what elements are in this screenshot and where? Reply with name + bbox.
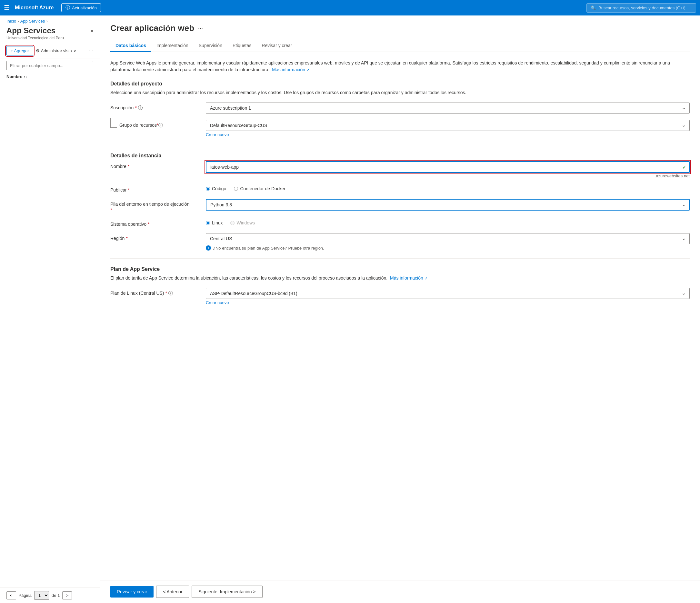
region-control: Central US i ¿No encuentra su plan de Ap… bbox=[206, 233, 690, 251]
search-icon: 🔍 bbox=[591, 5, 596, 10]
more-options-button[interactable]: ··· bbox=[89, 48, 93, 54]
subscription-info-icon[interactable]: i bbox=[138, 105, 143, 110]
add-button[interactable]: + Agregar bbox=[6, 46, 33, 55]
region-info-msg: i ¿No encuentra su plan de App Service? … bbox=[206, 245, 690, 251]
region-select-wrapper: Central US bbox=[206, 233, 690, 244]
page-title: Crear aplicación web bbox=[110, 23, 194, 33]
section-title-instance: Detalles de instancia bbox=[110, 153, 690, 159]
publish-row: Publicar * Código Contenedor de Docker bbox=[110, 185, 690, 192]
region-select[interactable]: Central US bbox=[206, 233, 690, 244]
os-row: Sistema operativo * Linux Windows bbox=[110, 219, 690, 227]
linux-plan-create-new[interactable]: Crear nuevo bbox=[206, 300, 229, 305]
external-link-icon: ↗ bbox=[306, 68, 309, 72]
check-icon: ✓ bbox=[682, 164, 686, 170]
gear-icon: ⚙ bbox=[36, 48, 40, 53]
subscription-select[interactable]: Azure subscription 1 bbox=[206, 103, 690, 113]
action-bar: Revisar y crear < Anterior Siguiente: Im… bbox=[100, 580, 700, 603]
tab-revisar-crear[interactable]: Revisar y crear bbox=[256, 40, 297, 52]
instance-name-row: Nombre * ✓ .azurewebsites.net bbox=[110, 161, 690, 178]
next-button[interactable]: Siguiente: Implementación > bbox=[192, 585, 262, 598]
brand-logo: Microsoft Azure bbox=[15, 5, 54, 11]
tab-supervision[interactable]: Supervisión bbox=[194, 40, 227, 52]
review-create-button[interactable]: Revisar y crear bbox=[110, 586, 154, 598]
breadcrumb-home[interactable]: Inicio bbox=[6, 19, 16, 24]
linux-plan-control: ASP-DefaultResourceGroupCUS-bc9d (B1) Cr… bbox=[206, 288, 690, 305]
publish-radio-group: Código Contenedor de Docker bbox=[206, 185, 690, 191]
update-button[interactable]: ⓘ Actualización bbox=[61, 3, 101, 12]
publish-radio-code-input[interactable] bbox=[206, 187, 210, 191]
resource-group-info-icon[interactable]: i bbox=[158, 123, 163, 127]
hamburger-icon[interactable]: ☰ bbox=[4, 4, 10, 11]
sidebar: Inicio › App Services › App Services « U… bbox=[0, 16, 100, 603]
section-desc-plan: El plan de tarifa de App Service determi… bbox=[110, 275, 690, 282]
page-select[interactable]: 1 bbox=[34, 591, 49, 600]
region-label: Región * bbox=[110, 233, 201, 241]
tab-etiquetas[interactable]: Etiquetas bbox=[227, 40, 256, 52]
os-radio-linux[interactable]: Linux bbox=[206, 220, 223, 226]
resource-group-create-new[interactable]: Crear nuevo bbox=[206, 132, 229, 137]
page-of-label: de 1 bbox=[52, 593, 60, 598]
breadcrumb: Inicio › App Services › bbox=[0, 16, 100, 25]
section-title-project: Detalles del proyecto bbox=[110, 81, 690, 87]
resource-group-label: Grupo de recursos * i bbox=[110, 120, 201, 128]
search-bar: 🔍 bbox=[586, 3, 696, 12]
prev-page-button[interactable]: < bbox=[6, 592, 16, 599]
tab-datos-basicos[interactable]: Datos básicos bbox=[110, 40, 151, 52]
linux-plan-row: Plan de Linux (Central US) * i ASP-Defau… bbox=[110, 288, 690, 305]
publish-radio-docker-input[interactable] bbox=[234, 187, 238, 191]
chevron-down-icon: ∨ bbox=[73, 48, 76, 53]
filter-input[interactable] bbox=[6, 61, 93, 70]
manage-view-button[interactable]: ⚙ Administrar vista ∨ bbox=[36, 48, 76, 53]
section-desc-project: Seleccione una suscripción para administ… bbox=[110, 89, 690, 96]
sidebar-actions: + Agregar ⚙ Administrar vista ∨ ··· bbox=[0, 44, 100, 58]
page-label: Página bbox=[19, 593, 32, 598]
subscription-select-wrapper: Azure subscription 1 bbox=[206, 103, 690, 113]
resource-group-select[interactable]: DefaultResourceGroup-CUS bbox=[206, 120, 690, 131]
indent-line bbox=[110, 118, 117, 128]
resource-group-select-wrapper: DefaultResourceGroup-CUS bbox=[206, 120, 690, 131]
publish-radio-docker[interactable]: Contenedor de Docker bbox=[234, 186, 285, 191]
runtime-select[interactable]: Python 3.8 bbox=[206, 199, 690, 211]
os-control: Linux Windows bbox=[206, 219, 690, 226]
breadcrumb-section[interactable]: App Services bbox=[20, 19, 45, 24]
info-icon: i bbox=[206, 245, 211, 251]
more-info-link-top[interactable]: Más información bbox=[272, 67, 305, 72]
content-header: Crear aplicación web ··· bbox=[110, 23, 690, 33]
tabs-bar: Datos básicos Implementación Supervisión… bbox=[110, 40, 690, 52]
sort-icon[interactable]: ↑↓ bbox=[24, 75, 27, 79]
publish-radio-code[interactable]: Código bbox=[206, 186, 226, 191]
publish-control: Código Contenedor de Docker bbox=[206, 185, 690, 191]
os-radio-linux-input[interactable] bbox=[206, 221, 210, 225]
sidebar-title: App Services « bbox=[0, 25, 100, 36]
more-info-link-plan[interactable]: Más información bbox=[390, 276, 423, 281]
previous-button[interactable]: < Anterior bbox=[156, 585, 189, 598]
os-radio-windows[interactable]: Windows bbox=[230, 220, 255, 226]
os-radio-windows-input[interactable] bbox=[230, 221, 234, 225]
sidebar-bottom: < Página 1 de 1 > bbox=[0, 587, 100, 603]
instance-name-control: ✓ .azurewebsites.net bbox=[206, 161, 690, 178]
section-title-plan: Plan de App Service bbox=[110, 266, 690, 272]
sidebar-subtitle: Universidad Tecnologica del Peru bbox=[0, 36, 100, 44]
instance-details-section: Detalles de instancia Nombre * ✓ .azurew… bbox=[110, 153, 690, 251]
resource-group-row: Grupo de recursos * i DefaultResourceGro… bbox=[110, 120, 690, 137]
top-navigation: ☰ Microsoft Azure ⓘ Actualización 🔍 bbox=[0, 0, 700, 16]
runtime-control: Python 3.8 bbox=[206, 199, 690, 211]
instance-name-input[interactable] bbox=[206, 161, 690, 173]
instance-name-label: Nombre * bbox=[110, 161, 201, 169]
os-radio-group: Linux Windows bbox=[206, 219, 690, 226]
content-wrapper: Crear aplicación web ··· Datos básicos I… bbox=[100, 16, 700, 603]
instance-name-input-wrap: ✓ bbox=[206, 161, 690, 173]
subscription-control: Azure subscription 1 bbox=[206, 103, 690, 113]
tab-implementacion[interactable]: Implementación bbox=[151, 40, 194, 52]
next-page-button[interactable]: > bbox=[62, 592, 72, 599]
linux-plan-info-icon[interactable]: i bbox=[168, 291, 173, 295]
linux-plan-select[interactable]: ASP-DefaultResourceGroupCUS-bc9d (B1) bbox=[206, 288, 690, 299]
resource-group-control: DefaultResourceGroup-CUS Crear nuevo bbox=[206, 120, 690, 137]
collapse-icon[interactable]: « bbox=[91, 28, 93, 33]
project-details-section: Detalles del proyecto Seleccione una sus… bbox=[110, 81, 690, 137]
content-more-button[interactable]: ··· bbox=[198, 25, 203, 32]
content-area: Crear aplicación web ··· Datos básicos I… bbox=[100, 16, 700, 580]
form-description: App Service Web Apps le permite generar,… bbox=[110, 60, 690, 73]
publish-label: Publicar * bbox=[110, 185, 201, 192]
search-input[interactable] bbox=[598, 5, 692, 10]
